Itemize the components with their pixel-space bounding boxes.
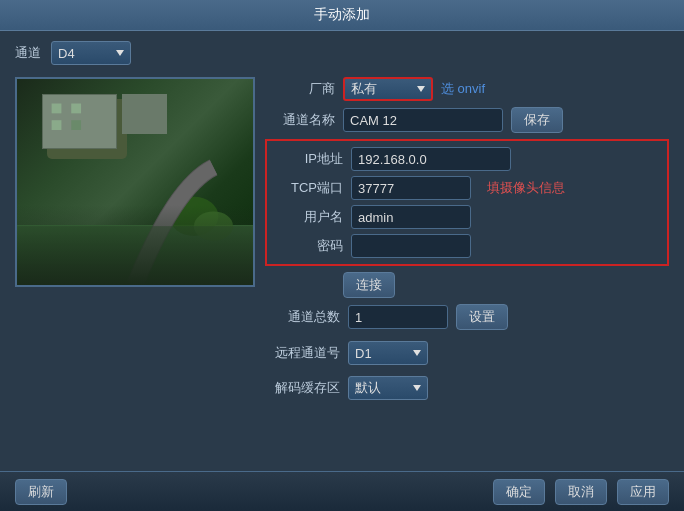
footer-right-buttons: 确定 取消 应用	[493, 479, 669, 505]
password-row: 密码	[273, 234, 661, 258]
tcp-input[interactable]	[351, 176, 471, 200]
confirm-button[interactable]: 确定	[493, 479, 545, 505]
cancel-button[interactable]: 取消	[555, 479, 607, 505]
footer-bar: 刷新 确定 取消 应用	[0, 471, 684, 511]
camera-preview	[15, 77, 255, 287]
decode-buffer-row: 解码缓存区 默认	[265, 376, 669, 400]
decode-buffer-select[interactable]: 默认	[348, 376, 428, 400]
camera-hint: 填摄像头信息	[487, 179, 565, 197]
vendor-select[interactable]: 私有	[343, 77, 433, 101]
remote-channel-row: 远程通道号 D1	[265, 341, 669, 365]
ip-label: IP地址	[273, 150, 343, 168]
channel-name-label: 通道名称	[265, 111, 335, 129]
channel-name-input[interactable]	[343, 108, 503, 132]
password-input[interactable]	[351, 234, 471, 258]
camera-info-group: IP地址 TCP端口 填摄像头信息 用户名 密码	[265, 139, 669, 266]
vendor-row: 厂商 私有 选 onvif	[265, 77, 669, 101]
chevron-down-icon	[413, 350, 421, 356]
chevron-down-icon	[417, 86, 425, 92]
channel-count-input[interactable]	[348, 305, 448, 329]
svg-rect-5	[71, 104, 81, 114]
settings-button[interactable]: 设置	[456, 304, 508, 330]
channel-name-row: 通道名称 保存	[265, 107, 669, 133]
tcp-row: TCP端口 填摄像头信息	[273, 176, 661, 200]
title-text: 手动添加	[314, 6, 370, 22]
channel-count-row: 通道总数 设置	[265, 304, 669, 330]
channel-select[interactable]: D4	[51, 41, 131, 65]
username-input[interactable]	[351, 205, 471, 229]
ip-row: IP地址	[273, 147, 661, 171]
remote-channel-select[interactable]: D1	[348, 341, 428, 365]
username-label: 用户名	[273, 208, 343, 226]
decode-buffer-label: 解码缓存区	[265, 379, 340, 397]
form-section: 厂商 私有 选 onvif 通道名称 保存 IP地址	[265, 77, 669, 492]
svg-point-2	[194, 211, 233, 240]
vendor-hint: 选 onvif	[441, 80, 485, 98]
svg-rect-7	[71, 120, 81, 130]
svg-rect-4	[52, 104, 62, 114]
connect-button[interactable]: 连接	[343, 272, 395, 298]
chevron-down-icon	[413, 385, 421, 391]
svg-rect-3	[17, 226, 252, 285]
ip-input[interactable]	[351, 147, 511, 171]
channel-label: 通道	[15, 44, 41, 62]
channel-count-label: 通道总数	[265, 308, 340, 326]
svg-rect-6	[52, 120, 62, 130]
chevron-down-icon	[116, 50, 124, 56]
connect-row: 连接	[343, 272, 669, 298]
refresh-button[interactable]: 刷新	[15, 479, 67, 505]
remote-channel-label: 远程通道号	[265, 344, 340, 362]
vendor-label: 厂商	[265, 80, 335, 98]
username-row: 用户名	[273, 205, 661, 229]
tcp-label: TCP端口	[273, 179, 343, 197]
save-button[interactable]: 保存	[511, 107, 563, 133]
password-label: 密码	[273, 237, 343, 255]
apply-button[interactable]: 应用	[617, 479, 669, 505]
title-bar: 手动添加	[0, 0, 684, 31]
